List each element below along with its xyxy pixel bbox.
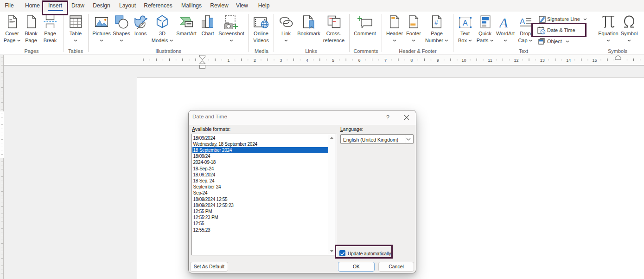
svg-text:8: 8: [410, 58, 413, 63]
svg-text:15: 15: [593, 58, 597, 63]
svg-text:A: A: [463, 19, 468, 27]
svg-text:2: 2: [254, 58, 256, 63]
svg-text:14: 14: [566, 58, 571, 63]
svg-text:12: 12: [514, 58, 518, 63]
svg-text:5: 5: [332, 58, 334, 63]
svg-text:A: A: [520, 17, 525, 26]
svg-text:1: 1: [227, 58, 230, 63]
svg-text:10: 10: [462, 58, 466, 63]
svg-text:9: 9: [437, 58, 439, 63]
svg-text:7: 7: [384, 58, 387, 63]
svg-text:4: 4: [306, 58, 308, 63]
svg-text:#: #: [434, 19, 438, 26]
svg-text:6: 6: [358, 58, 360, 63]
svg-text:13: 13: [540, 58, 545, 63]
svg-text:3: 3: [280, 58, 282, 63]
svg-text:11: 11: [488, 58, 492, 63]
svg-text:A: A: [499, 16, 508, 28]
